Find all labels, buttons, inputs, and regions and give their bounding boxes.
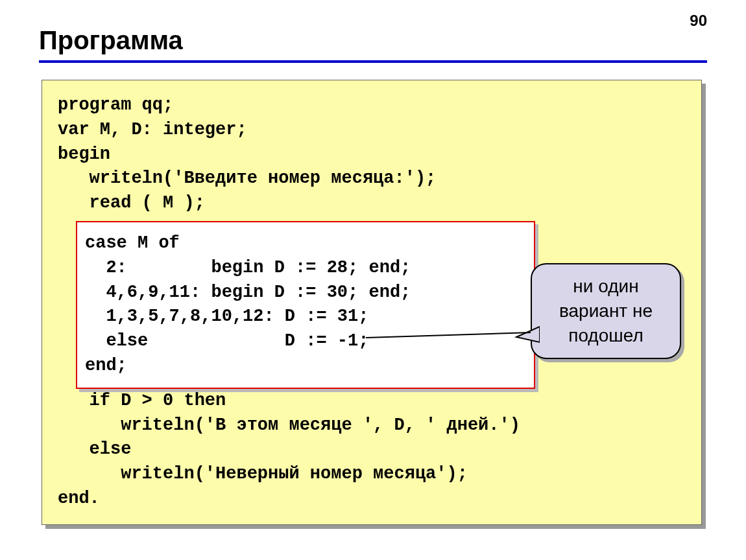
code-line: program qq;	[58, 95, 173, 115]
code-line: 2: begin D := 28; end;	[85, 258, 411, 277]
code-line: end;	[85, 356, 127, 375]
title-underline	[39, 60, 707, 63]
page-number: 90	[690, 12, 707, 30]
code-line: writeln('Введите номер месяца:');	[58, 169, 436, 188]
code-line: var M, D: integer;	[58, 120, 247, 139]
highlighted-code-wrapper: case M of 2: begin D := 28; end; 4,6,9,1…	[76, 221, 535, 389]
code-line: else	[58, 439, 131, 459]
highlighted-code-box: case M of 2: begin D := 28; end; 4,6,9,1…	[76, 221, 535, 389]
code-line: begin	[58, 145, 110, 164]
code-line: 1,3,5,7,8,10,12: D := 31;	[85, 307, 368, 326]
code-line: end.	[58, 489, 100, 508]
slide-title: Программа	[39, 26, 707, 55]
code-line: case M of	[85, 233, 180, 253]
code-line: read ( M );	[58, 193, 205, 213]
slide: 90 Программа program qq; var M, D: integ…	[0, 0, 746, 560]
code-line: else D := -1;	[85, 331, 368, 351]
callout-bubble: ни один вариант не подошел	[531, 263, 681, 359]
code-line: writeln('В этом месяце ', D, ' дней.')	[58, 415, 520, 435]
code-line: 4,6,9,11: begin D := 30; end;	[85, 283, 411, 302]
code-line: writeln('Неверный номер месяца');	[58, 464, 468, 484]
code-line: if D > 0 then	[58, 391, 226, 410]
callout-text: ни один вариант не подошел	[537, 274, 675, 347]
